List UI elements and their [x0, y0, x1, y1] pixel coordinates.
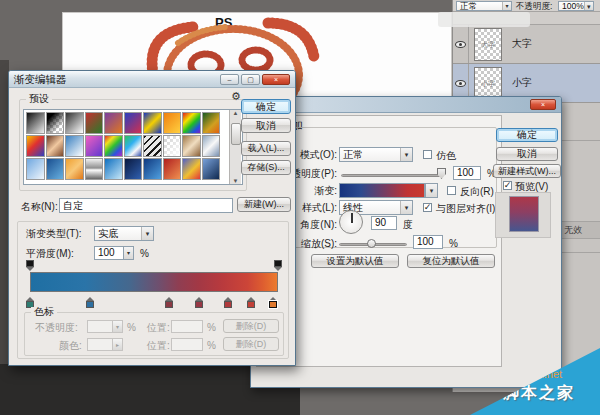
gradient-preset-8[interactable] [163, 112, 182, 134]
dither-label: 仿色 [436, 151, 456, 161]
close-icon[interactable]: × [530, 99, 556, 110]
gradient-preset-17[interactable] [143, 135, 162, 157]
gradient-preview-bar[interactable] [339, 183, 425, 198]
blend-mode-dropdown[interactable]: 正常 ▾ [456, 1, 512, 11]
gradient-type-dropdown[interactable]: 实底 ▾ [94, 226, 154, 241]
name-field[interactable]: 自定 [59, 198, 233, 213]
gradient-preset-30[interactable] [202, 158, 221, 180]
gradient-preset-29[interactable] [182, 158, 201, 180]
reverse-checkbox[interactable] [447, 186, 456, 195]
layer-row-大字[interactable]: 大字大字 [453, 25, 600, 64]
gradient-preset-5[interactable] [104, 112, 123, 134]
panel-side-text: 无效 [564, 226, 582, 235]
opacity-stop-0[interactable] [25, 260, 35, 272]
gradient-preset-16[interactable] [124, 135, 143, 157]
maximize-icon[interactable]: ▢ [241, 74, 260, 85]
stop-location-field [171, 338, 203, 351]
gradient-preset-12[interactable] [46, 135, 65, 157]
presets-scrollbar[interactable]: ▲ ▼ [229, 110, 241, 184]
gradient-preset-22[interactable] [46, 158, 65, 180]
ls-opacity-value: 100 [457, 168, 474, 178]
color-stop-24[interactable] [85, 293, 95, 306]
color-stop-0[interactable] [25, 293, 35, 306]
opacity-stop-100[interactable] [273, 260, 283, 272]
ls-cancel-button[interactable]: 取消 [496, 147, 558, 161]
set-default-button[interactable]: 设置为默认值 [311, 254, 399, 268]
layer-style-titlebar[interactable]: × [251, 97, 561, 113]
scale-slider-thumb[interactable] [367, 239, 376, 248]
layer-thumbnail[interactable]: 小字 [474, 67, 502, 100]
gradient-preset-11[interactable] [26, 135, 45, 157]
align-with-layer-checkbox[interactable]: ✓ [423, 203, 432, 212]
scroll-down-icon[interactable]: ▼ [233, 178, 239, 184]
color-stop-89[interactable] [246, 293, 256, 306]
gradient-preset-18[interactable] [163, 135, 182, 157]
smoothness-value: 100 [98, 248, 115, 258]
scroll-thumb[interactable] [231, 123, 241, 145]
gradient-preset-10[interactable] [202, 112, 221, 134]
opacity-stops-lane [30, 260, 278, 272]
gradient-preset-1[interactable] [26, 112, 45, 134]
minimize-icon[interactable]: – [220, 74, 239, 85]
gradient-preset-26[interactable] [124, 158, 143, 180]
smoothness-spinner[interactable]: 100 ▾ [94, 246, 134, 260]
gradient-preset-2[interactable] [46, 112, 65, 134]
color-stop-98[interactable] [268, 293, 278, 306]
ge-ok-button[interactable]: 确定 [241, 99, 291, 114]
layer-thumbnail[interactable]: 大字 [474, 28, 502, 61]
gradient-preset-27[interactable] [143, 158, 162, 180]
color-stop-68[interactable] [194, 293, 204, 306]
photoshop-workspace: PS 正常 ▾ 不透明度: 100% ▾ [0, 0, 600, 415]
gradient-preset-19[interactable] [182, 135, 201, 157]
gradient-picker-arrow[interactable]: ▾ [425, 183, 438, 198]
gradient-editor-titlebar[interactable]: 渐变编辑器 – ▢ × [9, 71, 295, 88]
preview-checkbox[interactable]: ✓ [503, 181, 512, 190]
gradient-bar[interactable] [30, 272, 278, 292]
gradient-preset-9[interactable] [182, 112, 201, 134]
gear-icon[interactable]: ⚙ [231, 91, 241, 102]
gradient-preset-20[interactable] [202, 135, 221, 157]
gradient-preset-4[interactable] [85, 112, 104, 134]
gradient-preset-6[interactable] [124, 112, 143, 134]
scale-field[interactable]: 100 [413, 235, 443, 249]
delete-opacity-stop-button: 删除(D) [223, 319, 279, 333]
mode-dropdown[interactable]: 正常 ▾ [339, 147, 413, 162]
scroll-up-icon[interactable]: ▲ [233, 110, 239, 116]
blend-mode-value: 正常 [460, 2, 477, 11]
angle-field[interactable]: 90 [371, 216, 397, 230]
color-stop-80[interactable] [223, 293, 233, 306]
ls-opacity-field[interactable]: 100 [453, 166, 481, 180]
dither-checkbox[interactable] [423, 150, 432, 159]
gradient-preset-21[interactable] [26, 158, 45, 180]
gradient-preset-25[interactable] [104, 158, 123, 180]
gradient-preset-3[interactable] [65, 112, 84, 134]
save-button[interactable]: 存储(S)... [241, 160, 291, 175]
gradient-preset-14[interactable] [85, 135, 104, 157]
layer-opacity-dropdown[interactable]: 100% ▾ [558, 1, 594, 11]
chevron-down-icon: ▾ [426, 184, 437, 197]
gradient-preset-28[interactable] [163, 158, 182, 180]
chevron-down-icon: ▾ [584, 2, 593, 10]
ls-ok-button[interactable]: 确定 [496, 128, 558, 142]
gradient-preset-24[interactable] [85, 158, 104, 180]
angle-dial[interactable] [339, 210, 363, 234]
gradient-preset-13[interactable] [65, 135, 84, 157]
smoothness-field[interactable]: 100 [94, 246, 124, 260]
new-button[interactable]: 新建(W)... [237, 197, 291, 212]
stop-opacity-spinner: ▾ [87, 320, 123, 333]
gradient-preset-23[interactable] [65, 158, 84, 180]
reset-default-button[interactable]: 复位为默认值 [407, 254, 495, 268]
new-style-button[interactable]: 新建样式(W)... [493, 164, 561, 178]
color-stop-56[interactable] [164, 293, 174, 306]
close-icon[interactable]: × [262, 74, 290, 85]
opacity-slider[interactable] [341, 174, 443, 177]
gradient-preset-7[interactable] [143, 112, 162, 134]
eye-icon[interactable] [453, 25, 469, 63]
stop-location-label: 位置: [147, 341, 170, 351]
chevron-down-icon[interactable]: ▾ [124, 246, 134, 260]
gradient-preset-15[interactable] [104, 135, 123, 157]
chevron-down-icon: ▾ [502, 2, 511, 10]
load-button[interactable]: 载入(L)... [241, 141, 291, 156]
stops-label: 色标 [31, 307, 57, 317]
ge-cancel-button[interactable]: 取消 [241, 118, 291, 133]
